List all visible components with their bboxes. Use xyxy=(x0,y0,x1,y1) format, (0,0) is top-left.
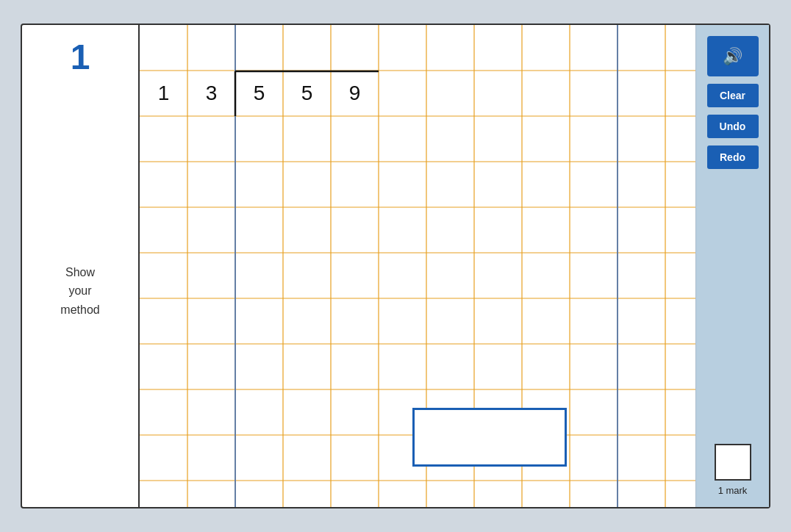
clear-button[interactable]: Clear xyxy=(707,84,759,107)
main-container: 1 Showyourmethod xyxy=(21,24,770,508)
undo-button[interactable]: Undo xyxy=(707,115,759,138)
mark-label: 1 mark xyxy=(718,485,748,496)
redo-button[interactable]: Redo xyxy=(707,145,759,169)
digit-3: 3 xyxy=(187,71,235,115)
digit-1: 1 xyxy=(140,71,187,115)
right-sidebar: 🔊 Clear Undo Redo 1 mark xyxy=(695,25,769,507)
left-panel: 1 Showyourmethod xyxy=(22,25,140,507)
question-number: 1 xyxy=(71,40,90,75)
answer-box[interactable] xyxy=(412,408,567,467)
audio-button[interactable]: 🔊 xyxy=(707,36,759,76)
digit-9: 9 xyxy=(331,71,379,115)
main-area[interactable]: 1 3 5 5 9 xyxy=(140,25,695,507)
digit-5b: 5 xyxy=(283,71,331,115)
show-method-label: Showyourmethod xyxy=(60,263,99,320)
mark-section: 1 mark xyxy=(715,444,751,496)
mark-box xyxy=(715,444,751,481)
speaker-icon: 🔊 xyxy=(723,47,742,66)
digit-5a: 5 xyxy=(235,71,283,115)
